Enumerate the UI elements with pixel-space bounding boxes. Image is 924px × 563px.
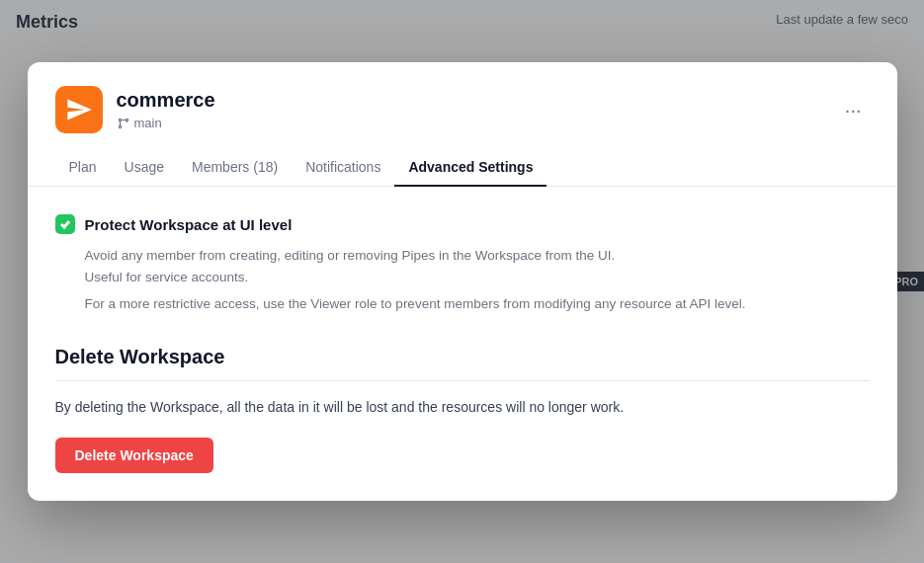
delete-section: Delete Workspace By deleting the Workspa…: [55, 346, 870, 473]
tab-plan[interactable]: Plan: [55, 149, 111, 187]
modal-overlay: commerce main ··· Plan Usage: [0, 0, 924, 563]
protect-title: Protect Workspace at UI level: [85, 216, 293, 233]
modal-header: commerce main ···: [28, 62, 897, 133]
workspace-name: commerce: [117, 89, 215, 112]
header-left: commerce main: [55, 86, 215, 133]
protect-desc: Avoid any member from creating, editing …: [85, 246, 870, 314]
delete-divider: [55, 380, 870, 381]
tab-usage[interactable]: Usage: [111, 149, 178, 187]
workspace-branch: main: [117, 116, 215, 130]
tab-notifications[interactable]: Notifications: [292, 149, 394, 187]
protect-desc-2: Useful for service accounts.: [85, 268, 870, 287]
workspace-icon: [55, 86, 103, 133]
workspace-info: commerce main: [117, 89, 215, 130]
paper-plane-icon: [65, 96, 93, 123]
checkmark-icon: [59, 218, 71, 230]
tab-advanced[interactable]: Advanced Settings: [394, 149, 546, 187]
modal-content: Protect Workspace at UI level Avoid any …: [28, 187, 897, 501]
protect-header: Protect Workspace at UI level: [55, 214, 870, 234]
protect-section: Protect Workspace at UI level Avoid any …: [55, 214, 870, 314]
tab-members[interactable]: Members (18): [178, 149, 292, 187]
modal: commerce main ··· Plan Usage: [28, 62, 897, 501]
tab-bar: Plan Usage Members (18) Notifications Ad…: [28, 149, 897, 187]
delete-workspace-button[interactable]: Delete Workspace: [55, 438, 213, 473]
svg-point-0: [119, 119, 121, 121]
protect-checkbox[interactable]: [55, 214, 75, 234]
branch-name: main: [134, 116, 162, 130]
delete-desc: By deleting the Workspace, all the data …: [55, 397, 870, 418]
svg-point-2: [119, 125, 121, 127]
protect-desc-1: Avoid any member from creating, editing …: [85, 246, 870, 266]
delete-section-title: Delete Workspace: [55, 346, 870, 368]
more-button[interactable]: ···: [837, 95, 870, 125]
branch-icon: [117, 117, 130, 130]
protect-desc-3: For a more restrictive access, use the V…: [85, 294, 870, 314]
